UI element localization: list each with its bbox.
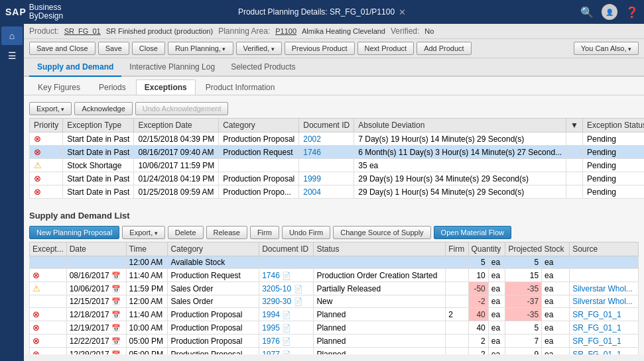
sd-source[interactable]: SR_FG_01_1 [570, 321, 639, 335]
sd-source[interactable] [570, 269, 639, 282]
col-status[interactable]: Status [314, 242, 446, 256]
verified-button[interactable]: Verified, [236, 42, 282, 55]
save-button[interactable]: Save [98, 42, 129, 55]
undo-firm-button[interactable]: Undo Firm [282, 226, 330, 239]
close-tab-button[interactable]: ✕ [399, 7, 406, 17]
exception-row[interactable]: ⊗ Start Date in Past 02/15/2018 04:39 PM… [30, 132, 645, 146]
product-link[interactable]: SR_FG_01 [64, 27, 101, 35]
col-filter[interactable]: ▼ [566, 119, 583, 132]
supply-demand-row[interactable]: ⊗ 12/22/2017 📅 05:00 PM Production Propo… [30, 335, 639, 348]
delete-button[interactable]: Delete [168, 226, 204, 239]
run-planning-button[interactable]: Run Planning, [168, 42, 233, 55]
change-source-of-supply-button[interactable]: Change Source of Supply [333, 226, 430, 239]
col-source[interactable]: Source [570, 242, 639, 256]
col-projected-stock[interactable]: Projected Stock [505, 242, 570, 256]
col-sd-category[interactable]: Category [168, 242, 259, 256]
tab-supply-demand[interactable]: Supply and Demand [29, 58, 121, 77]
col-document-id[interactable]: Document ID [299, 119, 354, 132]
sd-source[interactable]: SR_FG_01_1 [570, 348, 639, 355]
exception-row[interactable]: ⊗ Start Date in Past 01/25/2018 09:59 AM… [30, 185, 645, 199]
calendar-icon[interactable]: 📅 [111, 285, 121, 293]
next-product-button[interactable]: Next Product [357, 42, 415, 55]
tab-interactive-planning-log[interactable]: Interactive Planning Log [121, 58, 223, 77]
tab-selected-products[interactable]: Selected Products [223, 58, 303, 77]
acknowledge-button[interactable]: Acknowledge [74, 102, 132, 115]
exception-doc-id[interactable]: 2004 [299, 185, 354, 199]
sd-doc-id[interactable]: 3290-30 📄 [259, 295, 314, 308]
supply-export-button[interactable]: Export, [122, 226, 164, 239]
search-icon[interactable]: 🔍 [580, 6, 594, 19]
col-category[interactable]: Category [219, 119, 299, 132]
firm-button[interactable]: Firm [250, 226, 279, 239]
col-date[interactable]: Date [66, 242, 126, 256]
new-planning-proposal-button[interactable]: New Planning Proposal [29, 226, 119, 239]
calendar-icon[interactable]: 📅 [111, 324, 121, 332]
exception-doc-id[interactable]: 1999 [299, 172, 354, 185]
exception-doc-id[interactable]: 2002 [299, 132, 354, 146]
exception-row[interactable]: ⚠ Stock Shortage 10/06/2017 11:59 PM 35 … [30, 159, 645, 172]
calendar-icon[interactable]: 📅 [111, 350, 121, 355]
exception-row[interactable]: ⊗ Start Date in Past 08/16/2017 09:40 AM… [30, 146, 645, 159]
undo-acknowledgement-button[interactable]: Undo Acknowledgement [135, 102, 229, 115]
doc-icon[interactable]: 📄 [282, 350, 291, 355]
supply-demand-row[interactable]: ⚠ 10/06/2017 📅 11:59 PM Sales Order 3205… [30, 282, 639, 295]
col-exception-date[interactable]: Exception Date [134, 119, 219, 132]
open-material-flow-button[interactable]: Open Material Flow [434, 226, 511, 239]
sd-source[interactable]: Silverstar Whol... [570, 295, 639, 308]
user-avatar[interactable]: 👤 [602, 4, 617, 20]
sidebar-home-icon[interactable]: ⌂ [1, 26, 23, 45]
sub-tab-product-information[interactable]: Product Information [197, 79, 284, 95]
planning-area-link[interactable]: P1100 [275, 27, 296, 35]
sd-doc-id[interactable]: 1746 📄 [259, 269, 314, 282]
previous-product-button[interactable]: Previous Product [285, 42, 355, 55]
col-exception-type[interactable]: Exception Type [63, 119, 134, 132]
calendar-icon[interactable]: 📅 [111, 297, 121, 305]
sub-tab-periods[interactable]: Periods [90, 79, 135, 95]
supply-demand-row[interactable]: ⊗ 12/19/2017 📅 10:00 AM Production Propo… [30, 321, 639, 335]
col-quantity[interactable]: Quantity [468, 242, 505, 256]
col-sd-document-id[interactable]: Document ID [259, 242, 314, 256]
sd-doc-id[interactable]: 1994 📄 [259, 308, 314, 321]
sd-source[interactable]: Silverstar Whol... [570, 282, 639, 295]
sd-source[interactable] [570, 256, 639, 269]
sub-tab-key-figures[interactable]: Key Figures [29, 79, 89, 95]
doc-icon[interactable]: 📄 [294, 297, 303, 305]
release-button[interactable]: Release [206, 226, 247, 239]
doc-icon[interactable]: 📄 [282, 337, 291, 345]
sd-doc-id[interactable]: 1976 📄 [259, 335, 314, 348]
doc-icon[interactable]: 📄 [282, 324, 291, 332]
doc-icon[interactable]: 📄 [282, 272, 291, 280]
sub-tab-exceptions[interactable]: Exceptions [136, 79, 196, 95]
help-icon[interactable]: ❓ [625, 6, 639, 19]
sd-doc-id[interactable]: 3205-10 📄 [259, 282, 314, 295]
calendar-icon[interactable]: 📅 [111, 337, 121, 345]
supply-demand-row[interactable]: ⊗ 12/18/2017 📅 11:40 AM Production Propo… [30, 308, 639, 321]
save-and-close-button[interactable]: Save and Close [29, 42, 96, 55]
sidebar-menu-icon[interactable]: ☰ [1, 46, 23, 65]
calendar-icon[interactable]: 📅 [111, 311, 121, 319]
supply-demand-row[interactable]: 12/15/2017 📅 12:00 AM Sales Order 3290-3… [30, 295, 639, 308]
exception-doc-id[interactable]: 1746 [299, 146, 354, 159]
col-firm[interactable]: Firm [446, 242, 468, 256]
sd-doc-id[interactable]: 1995 📄 [259, 321, 314, 335]
col-absolute-deviation[interactable]: Absolute Deviation [354, 119, 566, 132]
exception-export-button[interactable]: Export, [29, 102, 72, 115]
calendar-icon[interactable]: 📅 [111, 272, 121, 280]
supply-demand-row[interactable]: ⊗ 08/16/2017 📅 11:40 AM Production Reque… [30, 269, 639, 282]
add-product-button[interactable]: Add Product [417, 42, 472, 55]
sd-doc-id[interactable]: 1977 📄 [259, 348, 314, 355]
you-can-also-button[interactable]: You Can Also, [574, 42, 639, 55]
col-exception-ind: Except... [30, 242, 67, 256]
supply-demand-row[interactable]: 12:00 AM Available Stock 5 ea 5 ea [30, 256, 639, 269]
col-exception-status[interactable]: Exception Status [582, 119, 644, 132]
exception-row[interactable]: ⊗ Start Date in Past 01/24/2018 04:19 PM… [30, 172, 645, 185]
close-button[interactable]: Close [132, 42, 165, 55]
exception-doc-id[interactable] [299, 159, 354, 172]
supply-demand-row[interactable]: ⊗ 12/29/2017 📅 05:00 PM Production Propo… [30, 348, 639, 355]
sd-source[interactable]: SR_FG_01_1 [570, 335, 639, 348]
col-time[interactable]: Time [126, 242, 168, 256]
doc-icon[interactable]: 📄 [294, 285, 303, 293]
doc-icon[interactable]: 📄 [282, 311, 291, 319]
sd-source[interactable]: SR_FG_01_1 [570, 308, 639, 321]
sd-doc-id[interactable] [259, 256, 314, 269]
